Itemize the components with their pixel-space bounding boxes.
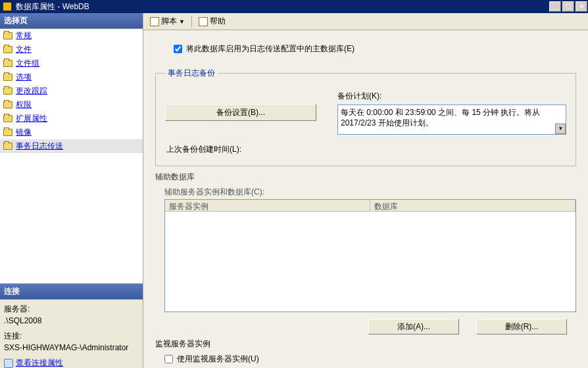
script-label: 脚本 [161,16,177,27]
sidebar-item-filegroups[interactable]: 文件组 [0,57,143,70]
enable-primary-label: 将此数据库启用为日志传送配置中的主数据库(E) [186,43,355,55]
folder-icon [3,114,13,124]
enable-primary-checkbox[interactable] [174,45,182,53]
folder-icon [3,73,13,82]
backup-plan-label: 备份计划(K): [337,91,566,102]
backup-plan-textbox[interactable]: 每天在 0:00:00 和 23:59:00 之间、每 15 分钟 执行。将从 … [337,104,566,135]
folder-icon [3,45,13,55]
connection-link-label: 查看连接属性 [16,357,63,368]
monitor-group-label: 监视服务器实例 [155,338,576,350]
sidebar-item-logshipping[interactable]: 事务日志传送 [0,139,143,153]
folder-icon [3,128,13,137]
listview-body[interactable] [165,212,576,311]
sidebar-item-label: 事务日志传送 [16,141,63,152]
titlebar: 数据库属性 - WebDB _ ☐ ✕ [0,0,588,13]
sidebar-item-label: 文件 [16,44,32,55]
backup-settings-button[interactable]: 备份设置(B)... [165,104,316,121]
sidebar-item-permissions[interactable]: 权限 [0,98,143,112]
toolbar-separator [191,16,192,28]
script-icon [150,17,159,26]
column-database[interactable]: 数据库 [370,200,576,212]
sidebar-item-mirroring[interactable]: 镜像 [0,126,143,139]
folder-icon [3,59,13,68]
sidebar-item-label: 更改跟踪 [16,85,47,97]
enable-primary-row: 将此数据库启用为日志传送配置中的主数据库(E) [174,43,576,55]
properties-icon [4,359,13,368]
sidebar-item-label: 文件组 [16,58,39,69]
sidebar-item-label: 镜像 [16,127,32,138]
last-backup-label: 上次备份创建时间(L): [166,144,566,155]
add-button[interactable]: 添加(A)... [368,319,459,334]
backup-group-legend: 事务日志备份 [165,68,218,79]
folder-icon [3,87,13,96]
sidebar-header: 选择页 [0,13,143,29]
content-area: 将此数据库启用为日志传送配置中的主数据库(E) 事务日志备份 备份设置(B)..… [143,30,588,368]
sidebar-item-files[interactable]: 文件 [0,43,143,57]
remove-button[interactable]: 删除(R)... [476,319,567,334]
window-icon [3,2,12,11]
secondary-instances-label: 辅助服务器实例和数据库(C): [164,187,576,198]
close-button[interactable]: ✕ [576,1,587,12]
left-panel: 选择页 常规 文件 文件组 选项 更改跟踪 [0,13,143,368]
sidebar-item-label: 扩展属性 [16,113,47,124]
connection-value: SXS-HIGHWAYMAG-\Administrator [4,343,139,352]
window-controls: _ ☐ ✕ [549,1,588,12]
connection-section: 服务器: .\SQL2008 连接: SXS-HIGHWAYMAG-\Admin… [0,300,143,368]
page-list: 常规 文件 文件组 选项 更改跟踪 权限 [0,29,143,284]
server-value: .\SQL2008 [4,316,139,325]
maximize-button[interactable]: ☐ [562,1,574,12]
window-title: 数据库属性 - WebDB [16,1,89,12]
column-server-instance[interactable]: 服务器实例 [165,200,370,212]
server-label: 服务器: [4,304,139,315]
connection-label: 连接: [4,331,139,342]
backup-group: 事务日志备份 备份设置(B)... 备份计划(K): 每天在 0:00:00 和… [155,68,576,166]
sidebar-item-changetracking[interactable]: 更改跟踪 [0,84,143,98]
sidebar-item-extended[interactable]: 扩展属性 [0,112,143,126]
secondary-group-label: 辅助数据库 [155,172,576,183]
dropdown-icon: ▼ [179,18,185,25]
folder-icon [3,32,13,41]
help-icon [199,17,208,26]
help-label: 帮助 [210,16,226,27]
use-monitor-label: 使用监视服务器实例(U) [177,354,259,365]
view-connection-properties-link[interactable]: 查看连接属性 [4,357,63,368]
connection-header: 连接 [0,284,143,300]
toolbar: 脚本 ▼ 帮助 [143,13,588,30]
folder-icon [3,142,13,151]
backup-plan-text: 每天在 0:00:00 和 23:59:00 之间、每 15 分钟 执行。将从 … [341,108,540,127]
sidebar-item-label: 选项 [16,72,32,83]
minimize-button[interactable]: _ [549,1,561,12]
help-button[interactable]: 帮助 [196,15,228,28]
script-button[interactable]: 脚本 ▼ [147,15,187,28]
folder-icon [3,101,13,110]
right-panel: 脚本 ▼ 帮助 将此数据库启用为日志传送配置中的主数据库(E) 事务日志备份 备… [143,13,588,368]
sidebar-item-general[interactable]: 常规 [0,29,143,43]
secondary-listview[interactable]: 服务器实例 数据库 [164,199,576,312]
scroll-down-icon[interactable]: ▾ [555,124,566,134]
use-monitor-checkbox[interactable] [164,355,173,363]
sidebar-item-options[interactable]: 选项 [0,70,143,84]
sidebar-item-label: 权限 [16,99,32,110]
sidebar-item-label: 常规 [16,30,32,41]
